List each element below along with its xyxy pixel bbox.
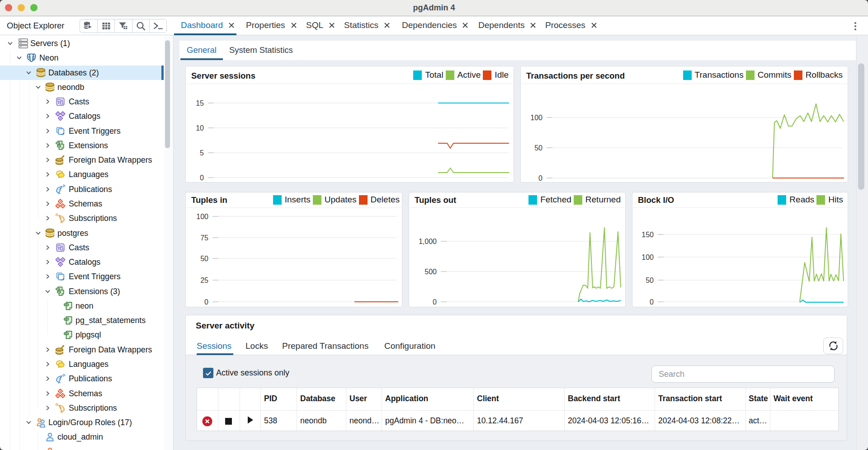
svg-text:100: 100 — [196, 213, 208, 220]
svg-text:50: 50 — [646, 277, 654, 284]
svg-text:150: 150 — [642, 231, 654, 239]
svg-text:0: 0 — [650, 298, 654, 306]
svg-text:50: 50 — [534, 144, 542, 152]
svg-text:50: 50 — [200, 255, 208, 262]
svg-text:75: 75 — [200, 234, 208, 242]
svg-text:1,000: 1,000 — [419, 238, 437, 245]
svg-text:0: 0 — [204, 298, 208, 306]
svg-text:5: 5 — [200, 149, 204, 157]
svg-text:0: 0 — [200, 174, 204, 182]
svg-text:0: 0 — [433, 298, 437, 306]
svg-text:100: 100 — [642, 253, 654, 261]
svg-text:0: 0 — [538, 174, 542, 182]
svg-text:500: 500 — [425, 268, 437, 276]
svg-text:25: 25 — [200, 277, 208, 284]
svg-text:15: 15 — [196, 99, 204, 107]
svg-text:100: 100 — [530, 114, 542, 122]
svg-text:10: 10 — [196, 124, 204, 132]
